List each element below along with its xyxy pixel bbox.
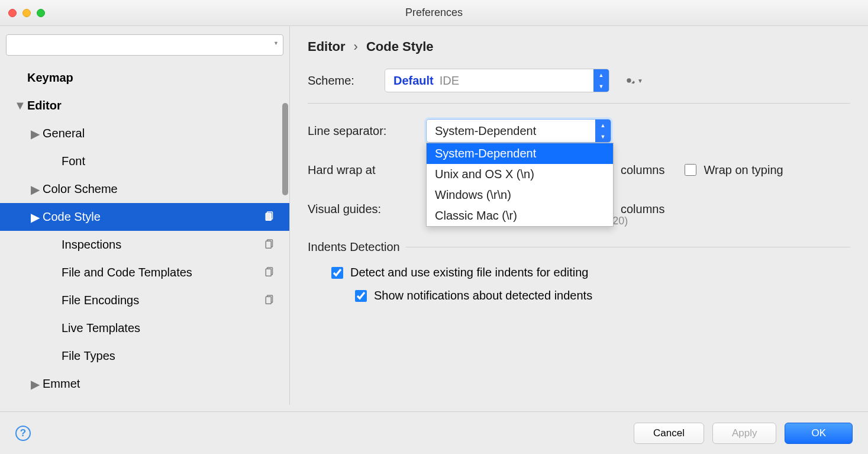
- sidebar-item-general[interactable]: ▶General: [0, 120, 289, 147]
- sidebar-item-label: Live Templates: [62, 321, 289, 335]
- wrap-on-typing-checkbox[interactable]: [685, 164, 696, 176]
- project-level-icon: [264, 294, 275, 307]
- main-panel: Editor › Code Style Scheme: Default IDE …: [290, 26, 868, 405]
- scheme-tag: IDE: [440, 74, 593, 88]
- sidebar-item-file-and-code-templates[interactable]: File and Code Templates: [0, 259, 289, 286]
- breadcrumb: Editor › Code Style: [308, 39, 850, 54]
- show-notifications-label: Show notifications about detected indent…: [374, 289, 592, 302]
- footer: ? Cancel Apply OK: [0, 411, 868, 454]
- detect-indents-label: Detect and use existing file indents for…: [350, 266, 588, 279]
- sidebar-item-file-encodings[interactable]: File Encodings: [0, 286, 289, 314]
- hard-wrap-unit: columns: [621, 163, 664, 177]
- sidebar-item-label: File and Code Templates: [62, 266, 289, 279]
- divider: [308, 103, 850, 104]
- crumb-code-style: Code Style: [366, 39, 434, 54]
- sidebar-item-live-templates[interactable]: Live Templates: [0, 314, 289, 342]
- sidebar-item-inspections[interactable]: Inspections: [0, 231, 289, 259]
- titlebar: Preferences: [0, 0, 868, 26]
- line-separator-dropdown[interactable]: System-Dependent ▲▼ System-DependentUnix…: [426, 119, 611, 143]
- scheme-name: Default: [385, 74, 440, 88]
- svg-rect-9: [266, 297, 271, 304]
- sidebar-item-label: File Encodings: [62, 294, 289, 307]
- apply-button[interactable]: Apply: [712, 423, 777, 444]
- tree-arrow-icon: ▶: [30, 182, 40, 197]
- project-level-icon: [264, 210, 275, 224]
- svg-rect-7: [266, 269, 271, 276]
- sidebar-item-label: Color Scheme: [43, 182, 289, 196]
- project-level-icon: [264, 266, 275, 279]
- cancel-button[interactable]: Cancel: [634, 423, 704, 444]
- indents-section-title: Indents Detection: [308, 240, 400, 254]
- line-separator-value: System-Dependent: [435, 124, 536, 138]
- scheme-label: Scheme:: [308, 74, 385, 88]
- sidebar-item-label: File Types: [62, 349, 289, 363]
- sidebar-item-label: Font: [62, 154, 289, 168]
- sidebar-item-code-style[interactable]: ▶Code Style: [0, 203, 289, 231]
- scheme-actions-button[interactable]: ▼: [622, 74, 643, 87]
- crumb-editor[interactable]: Editor: [308, 39, 346, 54]
- sidebar-item-label: Keymap: [27, 71, 289, 85]
- sidebar-item-file-types[interactable]: File Types: [0, 342, 289, 370]
- tree-arrow-icon: ▶: [30, 127, 40, 141]
- chevron-down-icon: ▼: [637, 78, 643, 84]
- line-separator-label: Line separator:: [308, 124, 426, 138]
- line-separator-option[interactable]: Unix and OS X (\n): [427, 164, 613, 185]
- tree-arrow-icon: ▶: [30, 377, 40, 391]
- ok-button[interactable]: OK: [785, 423, 853, 444]
- sidebar-item-color-scheme[interactable]: ▶Color Scheme: [0, 175, 289, 203]
- tree-arrow-icon: ▶: [30, 210, 40, 224]
- sidebar-item-keymap[interactable]: Keymap: [0, 64, 289, 92]
- sidebar-item-label: General: [43, 127, 289, 140]
- scrollbar-thumb[interactable]: [282, 103, 288, 195]
- tree-arrow-icon: ▼: [14, 99, 25, 112]
- hard-wrap-label: Hard wrap at: [308, 163, 426, 177]
- visual-guides-label: Visual guides:: [308, 202, 426, 216]
- line-separator-option[interactable]: System-Dependent: [427, 143, 613, 164]
- dropdown-stepper-icon: ▲▼: [593, 69, 609, 92]
- line-separator-option[interactable]: Windows (\r\n): [427, 185, 613, 205]
- crumb-separator: ›: [354, 39, 358, 54]
- visual-guides-unit: columns: [621, 202, 664, 216]
- svg-rect-5: [266, 241, 271, 248]
- wrap-on-typing-label: Wrap on typing: [704, 163, 783, 177]
- dropdown-stepper-icon: ▲▼: [595, 120, 611, 142]
- detect-indents-checkbox[interactable]: [331, 267, 343, 279]
- help-button[interactable]: ?: [15, 426, 31, 441]
- line-separator-option[interactable]: Classic Mac (\r): [427, 205, 613, 226]
- scheme-dropdown[interactable]: Default IDE ▲▼: [385, 69, 609, 92]
- sidebar-item-label: Code Style: [43, 210, 289, 224]
- sidebar-item-label: Editor: [27, 99, 289, 112]
- show-notifications-checkbox[interactable]: [355, 290, 367, 302]
- sidebar-item-editor[interactable]: ▼Editor: [0, 92, 289, 120]
- sidebar-item-emmet[interactable]: ▶Emmet: [0, 370, 289, 398]
- chevron-down-icon[interactable]: ▼: [273, 40, 279, 46]
- window-title: Preferences: [0, 7, 868, 19]
- svg-rect-3: [266, 213, 271, 220]
- search-input[interactable]: [6, 34, 283, 56]
- sidebar-item-label: Emmet: [43, 377, 289, 391]
- sidebar: ▼ Keymap▼Editor▶GeneralFont▶Color Scheme…: [0, 26, 290, 405]
- settings-tree: Keymap▼Editor▶GeneralFont▶Color Scheme▶C…: [0, 64, 289, 405]
- divider: [406, 247, 850, 247]
- line-separator-menu: System-DependentUnix and OS X (\n)Window…: [426, 143, 614, 227]
- project-level-icon: [264, 238, 275, 252]
- sidebar-item-label: Inspections: [62, 238, 289, 252]
- sidebar-item-font[interactable]: Font: [0, 147, 289, 175]
